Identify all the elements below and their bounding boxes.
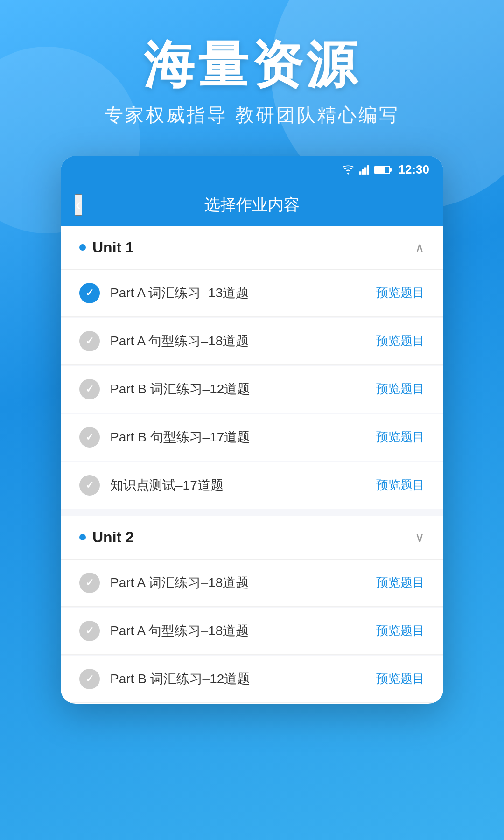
wifi-icon — [342, 165, 355, 175]
signal-icon — [359, 165, 370, 175]
svg-rect-1 — [362, 169, 364, 175]
item-text: Part A 词汇练习–13道题 — [110, 284, 249, 302]
check-icon: ✓ — [85, 335, 94, 347]
check-icon: ✓ — [85, 383, 94, 395]
unit1-title-wrapper: Unit 1 — [79, 239, 134, 256]
check-icon: ✓ — [85, 673, 94, 685]
preview-link[interactable]: 预览题目 — [376, 429, 425, 445]
check-icon: ✓ — [85, 625, 94, 637]
status-time: 12:30 — [399, 162, 430, 177]
checkbox-unchecked[interactable]: ✓ — [79, 379, 100, 399]
check-icon: ✓ — [85, 287, 94, 299]
checkbox-unchecked[interactable]: ✓ — [79, 669, 100, 689]
preview-link[interactable]: 预览题目 — [376, 477, 425, 493]
unit2-dot — [79, 534, 86, 540]
check-icon: ✓ — [85, 431, 94, 443]
checkbox-unchecked[interactable]: ✓ — [79, 475, 100, 496]
preview-link[interactable]: 预览题目 — [376, 381, 425, 397]
item-text: Part B 词汇练习–12道题 — [110, 380, 250, 398]
list-item[interactable]: ✓ Part A 句型练习–18道题 预览题目 — [61, 608, 443, 655]
checkbox-unchecked[interactable]: ✓ — [79, 427, 100, 448]
phone-mockup: 12:30 ‹ 选择作业内容 Unit 1 ∧ ✓ Part A 词汇练习–13 — [61, 156, 443, 704]
battery-icon — [374, 166, 390, 174]
unit1-title: Unit 1 — [92, 239, 134, 256]
item-text: Part A 句型练习–18道题 — [110, 622, 249, 640]
back-button[interactable]: ‹ — [75, 194, 82, 216]
hero-title: 海量资源 — [144, 37, 360, 93]
list-item[interactable]: ✓ 知识点测试–17道题 预览题目 — [61, 462, 443, 509]
check-icon: ✓ — [85, 479, 94, 491]
unit1-dot — [79, 244, 86, 251]
unit2-title: Unit 2 — [92, 529, 134, 546]
list-item[interactable]: ✓ Part B 词汇练习–12道题 预览题目 — [61, 656, 443, 703]
list-item[interactable]: ✓ Part B 句型练习–17道题 预览题目 — [61, 414, 443, 461]
unit1-collapse-icon[interactable]: ∧ — [415, 240, 425, 255]
unit2-header[interactable]: Unit 2 ∨ — [61, 516, 443, 560]
item-text: Part A 词汇练习–18道题 — [110, 574, 249, 592]
checkbox-unchecked[interactable]: ✓ — [79, 621, 100, 641]
list-item[interactable]: ✓ Part A 词汇练习–13道题 预览题目 — [61, 270, 443, 317]
hero-subtitle: 专家权威指导 教研团队精心编写 — [105, 102, 399, 128]
list-item[interactable]: ✓ Part B 词汇练习–12道题 预览题目 — [61, 366, 443, 413]
unit2-title-wrapper: Unit 2 — [79, 529, 134, 546]
preview-link[interactable]: 预览题目 — [376, 333, 425, 349]
unit2-collapse-icon[interactable]: ∨ — [415, 530, 425, 545]
list-item[interactable]: ✓ Part A 句型练习–18道题 预览题目 — [61, 318, 443, 365]
content-list: Unit 1 ∧ ✓ Part A 词汇练习–13道题 预览题目 — [61, 226, 443, 703]
list-item[interactable]: ✓ Part A 词汇练习–18道题 预览题目 — [61, 560, 443, 607]
svg-rect-0 — [359, 171, 361, 175]
item-text: 知识点测试–17道题 — [110, 476, 224, 494]
app-header: ‹ 选择作业内容 — [61, 184, 443, 226]
svg-rect-2 — [364, 167, 366, 174]
status-bar: 12:30 — [61, 156, 443, 184]
status-icons — [342, 165, 390, 175]
unit1-items: ✓ Part A 词汇练习–13道题 预览题目 ✓ Part A 句型练习–18… — [61, 270, 443, 509]
unit1-header[interactable]: Unit 1 ∧ — [61, 226, 443, 270]
hero-section: 海量资源 专家权威指导 教研团队精心编写 — [0, 0, 504, 128]
checkbox-checked[interactable]: ✓ — [79, 283, 100, 303]
svg-rect-3 — [367, 165, 369, 175]
preview-link[interactable]: 预览题目 — [376, 285, 425, 301]
header-title: 选择作业内容 — [204, 194, 300, 216]
preview-link[interactable]: 预览题目 — [376, 574, 425, 591]
item-text: Part B 词汇练习–12道题 — [110, 670, 250, 688]
item-text: Part B 句型练习–17道题 — [110, 428, 250, 446]
check-icon: ✓ — [85, 577, 94, 589]
preview-link[interactable]: 预览题目 — [376, 671, 425, 687]
unit2-items: ✓ Part A 词汇练习–18道题 预览题目 ✓ Part A 句型练习–18… — [61, 560, 443, 703]
preview-link[interactable]: 预览题目 — [376, 623, 425, 639]
checkbox-unchecked[interactable]: ✓ — [79, 573, 100, 593]
checkbox-unchecked[interactable]: ✓ — [79, 331, 100, 351]
item-text: Part A 句型练习–18道题 — [110, 332, 249, 350]
